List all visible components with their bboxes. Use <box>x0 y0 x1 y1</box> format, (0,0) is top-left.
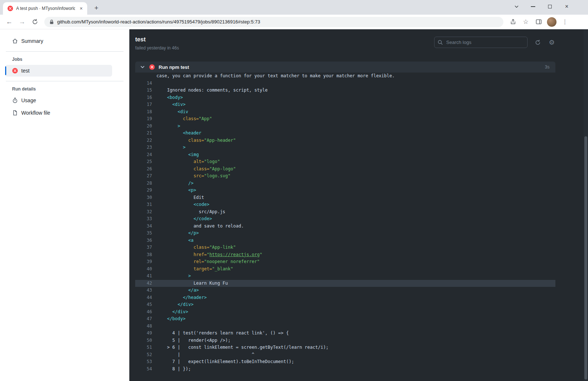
log-line[interactable]: 43 </a> <box>135 287 555 294</box>
log-line[interactable]: 35 </p> <box>135 230 555 237</box>
page-scrollbar[interactable] <box>584 29 588 381</box>
log-line-number[interactable]: 48 <box>135 323 152 330</box>
log-line[interactable]: 29 <p> <box>135 187 555 194</box>
log-line-number[interactable]: 24 <box>135 151 152 159</box>
log-line-number[interactable]: 30 <box>135 194 152 201</box>
sidebar-item-usage[interactable]: Usage <box>5 95 112 106</box>
log-line-number[interactable]: 23 <box>135 144 152 151</box>
log-line[interactable]: 24 <img <box>135 151 555 159</box>
log-line[interactable]: 39 rel="noopener noreferrer" <box>135 258 555 266</box>
side-panel-button[interactable] <box>533 16 544 27</box>
log-line-number[interactable]: 41 <box>135 273 152 280</box>
log-line[interactable]: 37 class="App-link" <box>135 244 555 251</box>
log-line-number[interactable]: 19 <box>135 115 152 123</box>
log-line-number[interactable]: 26 <box>135 166 152 173</box>
log-line[interactable]: 31 <code> <box>135 201 555 208</box>
log-line[interactable]: 25 alt="logo" <box>135 158 555 166</box>
log-line-number[interactable]: 46 <box>135 308 152 316</box>
log-line-number[interactable]: 14 <box>135 80 152 87</box>
log-line[interactable]: 42 Learn Kung Fu <box>135 280 555 287</box>
log-line[interactable]: 51 > 6 | const linkElement = screen.getB… <box>135 344 555 351</box>
log-line[interactable]: 40 target="_blank" <box>135 266 555 273</box>
log-line-number[interactable]: 16 <box>135 94 152 101</box>
log-line[interactable]: 27 src="logo.svg" <box>135 173 555 180</box>
log-line[interactable]: 45 </div> <box>135 301 555 308</box>
log-line[interactable]: 41 > <box>135 273 555 280</box>
log-line-number[interactable]: 43 <box>135 287 152 294</box>
log-line-number[interactable]: 36 <box>135 237 152 244</box>
log-line[interactable]: 14 <box>135 80 555 87</box>
log-line-number[interactable]: 51 <box>135 344 152 351</box>
log-line[interactable]: 53 7 | expect(linkElement).toBeInTheDocu… <box>135 358 555 366</box>
log-line[interactable]: 36 <a <box>135 237 555 244</box>
log-line-number[interactable] <box>135 73 152 80</box>
log-line[interactable]: 21 <header <box>135 130 555 137</box>
maximize-button[interactable] <box>543 0 557 13</box>
log-line[interactable]: 34 and save to reload. <box>135 223 555 230</box>
log-line[interactable]: 19 class="App" <box>135 115 555 123</box>
log-line[interactable]: 52 | ^ <box>135 351 555 359</box>
log-line-number[interactable]: 28 <box>135 180 152 187</box>
log-line[interactable]: 22 class="App-header" <box>135 137 555 144</box>
browser-tab[interactable]: A test push · MTyson/infoworld- × <box>3 2 87 15</box>
log-line[interactable]: 30 Edit <box>135 194 555 201</box>
minimize-button[interactable] <box>526 0 540 13</box>
log-line[interactable]: 32 src/App.js <box>135 208 555 216</box>
log-line-number[interactable]: 15 <box>135 87 152 94</box>
log-line-number[interactable]: 54 <box>135 366 152 373</box>
log-line[interactable]: 48 <box>135 323 555 330</box>
log-line-number[interactable]: 29 <box>135 187 152 194</box>
reload-button[interactable] <box>29 16 40 27</box>
log-line[interactable]: 54 8 | }); <box>135 366 555 373</box>
log-line[interactable]: 38 href="https://reactjs.org" <box>135 251 555 259</box>
tab-close-icon[interactable]: × <box>78 5 84 12</box>
log-line[interactable]: 44 </header> <box>135 294 555 302</box>
search-logs-input[interactable] <box>434 37 528 48</box>
log-url-link[interactable]: https://reactjs.org <box>210 252 260 257</box>
log-line[interactable]: 47 </body> <box>135 315 555 323</box>
log-line-number[interactable]: 25 <box>135 158 152 166</box>
log-line[interactable]: 17 <div> <box>135 101 555 108</box>
log-line[interactable]: case, you can provide a function for you… <box>135 73 555 80</box>
forward-button[interactable]: → <box>16 16 27 27</box>
log-line-number[interactable]: 35 <box>135 230 152 237</box>
sidebar-item-workflow-file[interactable]: Workflow file <box>5 107 112 119</box>
tab-search-button[interactable] <box>509 0 524 13</box>
back-button[interactable]: ← <box>4 16 15 27</box>
scrollbar-thumb[interactable] <box>584 136 587 380</box>
log-line-number[interactable]: 50 <box>135 337 152 344</box>
log-line[interactable]: 50 5 | render(<App />); <box>135 337 555 344</box>
log-line-number[interactable]: 20 <box>135 123 152 130</box>
new-tab-button[interactable]: + <box>92 4 101 13</box>
log-line[interactable]: 26 class="App-logo" <box>135 166 555 173</box>
log-line-number[interactable]: 44 <box>135 294 152 302</box>
browser-menu-button[interactable]: ⋮ <box>559 16 570 27</box>
log-line-number[interactable]: 47 <box>135 315 152 323</box>
log-line-number[interactable]: 39 <box>135 258 152 266</box>
sidebar-item-summary[interactable]: Summary <box>5 35 112 47</box>
log-line-number[interactable]: 40 <box>135 266 152 273</box>
log-line[interactable]: 49 4 | test('renders learn react link', … <box>135 330 555 337</box>
log-line[interactable]: 33 </code> <box>135 215 555 223</box>
log-settings-button[interactable]: ⚙ <box>548 39 555 46</box>
log-line[interactable]: 28 /> <box>135 180 555 187</box>
sidebar-item-job-test[interactable]: test <box>5 65 112 77</box>
log-line[interactable]: 20 > <box>135 123 555 130</box>
log-line-number[interactable]: 27 <box>135 173 152 180</box>
log-line-number[interactable]: 32 <box>135 208 152 216</box>
address-bar[interactable]: github.com/MTyson/infoworld-react-action… <box>44 17 503 27</box>
log-line-number[interactable]: 42 <box>135 280 152 287</box>
close-button[interactable]: × <box>559 0 574 13</box>
log-line-number[interactable]: 34 <box>135 223 152 230</box>
refresh-logs-button[interactable] <box>534 39 541 46</box>
log-line-number[interactable]: 22 <box>135 137 152 144</box>
log-line[interactable]: 16 <body> <box>135 94 555 101</box>
log-line-number[interactable]: 17 <box>135 101 152 108</box>
log-line-number[interactable]: 31 <box>135 201 152 208</box>
log-line-number[interactable]: 37 <box>135 244 152 251</box>
log-line-number[interactable]: 49 <box>135 330 152 337</box>
bookmark-star-button[interactable]: ☆ <box>520 16 531 27</box>
log-line-number[interactable]: 18 <box>135 108 152 116</box>
log-line-number[interactable]: 52 <box>135 351 152 359</box>
log-line[interactable]: 15 Ignored nodes: comments, script, styl… <box>135 87 555 94</box>
